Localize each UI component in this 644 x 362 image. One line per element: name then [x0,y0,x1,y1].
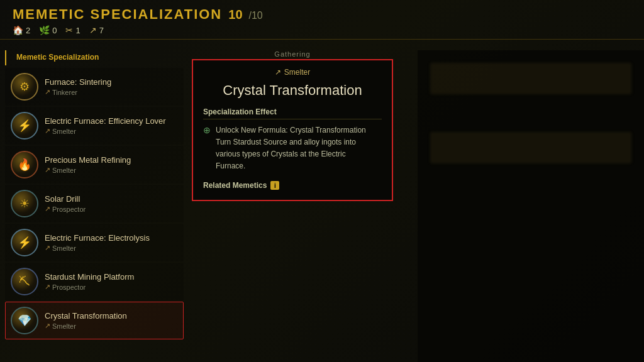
category-icon: ↗ [275,68,281,77]
stat-leaf: 🌿 0 [39,25,57,35]
scissor-icon: ✂ [65,25,73,35]
stat-leaf-value: 0 [52,26,57,35]
right-blur-1 [430,63,631,94]
stat-home-value: 2 [26,26,30,35]
detail-card: ↗ Smelter Crystal Transformation Special… [192,59,393,201]
leaf-icon: 🌿 [39,25,50,35]
stats-bar: 🏠 2 🌿 0 ✂ 1 ↗ 7 [13,25,631,35]
header: MEMETIC SPECIALIZATION 10 /10 🏠 2 🌿 0 ✂ … [0,0,644,40]
skill-info: Electric Furnace: Efficiency Lover↗Smelt… [45,116,178,136]
skill-item[interactable]: ⚡Electric Furnace: Electrolysis↗Smelter [5,224,184,261]
skill-item[interactable]: 🔥Precious Metal Refining↗Smelter [5,146,184,184]
left-panel: Memetic Specialization ⚙Furnace: Sinteri… [0,50,189,362]
skill-list: ⚙Furnace: Sintering↗Tinkerer⚡Electric Fu… [0,68,189,339]
skill-info: Precious Metal Refining↗Smelter [45,155,178,175]
skill-type: ↗Smelter [45,244,178,252]
type-label: Smelter [52,322,76,330]
type-label: Prospector [52,206,86,213]
type-label: Smelter [52,244,76,252]
stat-scissor: ✂ 1 [65,25,80,35]
panel-label: Memetic Specialization [5,50,189,65]
type-icon: ↗ [45,88,50,96]
header-title-row: MEMETIC SPECIALIZATION 10 /10 [13,6,631,23]
stat-arrow: ↗ 7 [89,25,104,35]
skill-type: ↗Smelter [45,322,178,330]
effect-label: Specialization Effect [203,107,382,119]
skill-item[interactable]: ☀Solar Drill↗Prospector [5,185,184,222]
type-icon: ↗ [45,244,50,252]
skill-icon: ⚙ [11,73,38,101]
skill-icon: ⚡ [11,112,38,140]
home-icon: 🏠 [13,25,23,35]
skill-name: Crystal Transformation [45,311,178,321]
related-section: Related Memetics i [203,181,382,190]
skill-item[interactable]: 💎Crystal Transformation↗Smelter [5,302,184,339]
skill-name: Solar Drill [45,194,178,204]
type-icon: ↗ [45,205,50,213]
skill-type: ↗Smelter [45,127,178,135]
skill-icon: 💎 [11,307,38,334]
skill-info: Electric Furnace: Electrolysis↗Smelter [45,233,178,253]
right-blur-2 [430,132,631,163]
skill-type: ↗Prospector [45,205,178,213]
skill-name: Precious Metal Refining [45,155,178,165]
effect-row: ⊕ Unlock New Formula: Crystal Transforma… [203,124,382,173]
skill-name: Electric Furnace: Efficiency Lover [45,116,178,126]
type-icon: ↗ [45,283,50,291]
skill-info: Furnace: Sintering↗Tinkerer [45,77,178,97]
effect-bullet: ⊕ [203,125,211,173]
skill-info: Crystal Transformation↗Smelter [45,311,178,331]
detail-panel: Gathering ↗ Smelter Crystal Transformati… [192,50,393,201]
gathering-label: Gathering [192,50,393,58]
right-panel [418,50,644,362]
detail-title: Crystal Transformation [203,82,382,100]
max-count: /10 [249,10,263,21]
type-label: Prospector [52,283,86,291]
skill-icon: ⛏ [11,268,38,295]
type-label: Smelter [52,167,76,174]
skill-icon: ⚡ [11,229,38,256]
skill-type: ↗Prospector [45,283,178,291]
info-badge[interactable]: i [270,181,279,190]
type-icon: ↗ [45,127,50,135]
type-label: Smelter [52,128,76,135]
stat-scissor-value: 1 [75,26,80,35]
skill-item[interactable]: ⚡Electric Furnace: Efficiency Lover↗Smel… [5,107,184,145]
skill-icon: 🔥 [11,151,38,178]
skill-name: Furnace: Sintering [45,77,178,87]
type-label: Tinkerer [52,89,77,96]
skill-type: ↗Smelter [45,166,178,174]
page-title: MEMETIC SPECIALIZATION [13,6,222,23]
type-icon: ↗ [45,166,50,174]
stat-home: 🏠 2 [13,25,30,35]
skill-type: ↗Tinkerer [45,88,178,96]
stat-arrow-value: 7 [99,26,104,35]
related-label: Related Memetics [203,181,267,190]
current-count: 10 [228,8,242,22]
skill-name: Stardust Mining Platform [45,272,178,282]
skill-icon: ☀ [11,190,38,217]
skill-name: Electric Furnace: Electrolysis [45,233,178,243]
skill-item[interactable]: ⚙Furnace: Sintering↗Tinkerer [5,68,184,106]
effect-text: Unlock New Formula: Crystal Transformati… [216,124,366,173]
type-icon: ↗ [45,322,50,330]
skill-item[interactable]: ⛏Stardust Mining Platform↗Prospector [5,263,184,300]
skill-info: Solar Drill↗Prospector [45,194,178,214]
category-text: Smelter [284,68,310,77]
skill-info: Stardust Mining Platform↗Prospector [45,272,178,292]
detail-category: ↗ Smelter [203,68,382,77]
arrow-icon: ↗ [89,25,97,35]
